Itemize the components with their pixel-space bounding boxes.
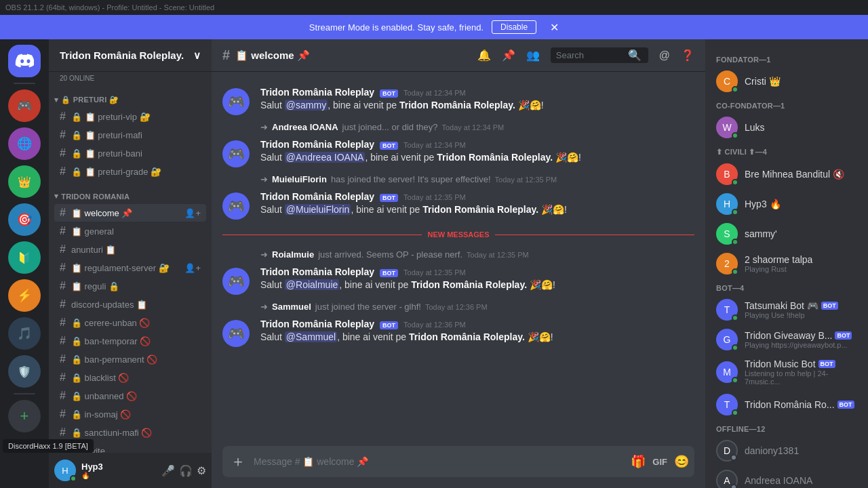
channel-item-reguli[interactable]: # 📋 reguli 🔒	[54, 277, 206, 295]
settings-icon[interactable]: ⚙	[197, 464, 206, 477]
arrow-icon-3: ➜	[260, 249, 268, 260]
member-name-daniony: daniony1381	[745, 445, 799, 456]
server-icon-7[interactable]: 🎵	[8, 317, 41, 350]
mention-roialmuie[interactable]: @Roialmuie	[285, 279, 339, 290]
pin-icon[interactable]: 📌	[502, 49, 515, 62]
members-category-offline: OFFLINE—12	[711, 420, 863, 436]
member-avatar-music-bot: M	[716, 361, 738, 383]
member-name-cristi: Cristi 👑	[745, 76, 781, 87]
system-username-sammuel[interactable]: Sammuel	[272, 302, 311, 312]
input-actions: 🎁 GIF 😊	[631, 454, 689, 469]
member-cristi[interactable]: C Cristi 👑	[711, 66, 863, 96]
channel-item-blacklist[interactable]: # 🔒 blacklist 🚫	[54, 369, 206, 386]
member-bre-mihnea[interactable]: B Bre Mihnea Banditul 🔇	[711, 159, 863, 189]
add-server-button[interactable]: +	[8, 400, 41, 432]
msg-time-2: Today at 12:34 PM	[403, 141, 466, 149]
bot-avatar-2: 🎮	[222, 140, 250, 167]
member-shaorme[interactable]: 2 2 shaorme talpa Playing Rust	[711, 249, 863, 279]
system-username-andreea[interactable]: Andreea IOANA	[272, 122, 338, 132]
channel-item-unbanned[interactable]: # 🔒 unbanned 🚫	[54, 387, 206, 405]
at-icon[interactable]: @	[659, 49, 670, 62]
member-avatar-andreea-ioana: A	[716, 470, 738, 488]
deafen-icon[interactable]: 🎧	[179, 464, 193, 477]
header-actions: 🔔 📌 👥 🔍 @ ❓	[477, 47, 694, 63]
server-icon-tridon[interactable]: 🎮	[8, 89, 41, 122]
channel-item-preturi-bani[interactable]: # 🔒 📋 preturi-bani	[54, 144, 206, 162]
mention-andreea[interactable]: @Andreea IOANA	[285, 152, 366, 163]
server-icon-2[interactable]: 🌐	[8, 127, 41, 160]
msg-author-4[interactable]: Tridon România Roleplay	[260, 266, 374, 277]
help-icon[interactable]: ❓	[681, 49, 694, 62]
msg-content-1: Tridon România Roleplay BOT Today at 12:…	[260, 87, 694, 115]
category-tridon-romania[interactable]: ▾ TRIDON ROMANIA	[49, 181, 212, 203]
channel-item-regulament-server[interactable]: # 📋 regulament-server 🔐 👤+	[54, 259, 206, 277]
system-username-muielui[interactable]: MuieluiFlorin	[272, 174, 327, 184]
add-member-icon2: 👤+	[184, 263, 201, 273]
members-toggle-icon[interactable]: 👥	[526, 49, 540, 62]
server-icon-3[interactable]: 👑	[8, 165, 41, 198]
user-avatar: H	[54, 460, 76, 481]
add-attachment-button[interactable]: ＋	[228, 446, 248, 477]
mention-sammy[interactable]: @sammy	[285, 100, 328, 110]
msg-text-1: Salut @sammy, bine ai venit pe Tridon Ro…	[260, 99, 694, 113]
msg-content-5: Tridon România Roleplay BOT Today at 12:…	[260, 319, 694, 347]
message-input[interactable]	[254, 449, 625, 474]
gift-icon[interactable]: 🎁	[631, 454, 646, 469]
gif-icon[interactable]: GIF	[652, 457, 667, 467]
server-icon-discord[interactable]	[8, 45, 41, 77]
bot-badge-3: BOT	[380, 194, 398, 202]
msg-author-1[interactable]: Tridon România Roleplay	[260, 87, 374, 98]
system-username-roialmuie[interactable]: Roialmuie	[272, 249, 314, 260]
channel-item-preturi-vip[interactable]: # 🔒 📋 preturi-vip 🔐	[54, 108, 206, 125]
member-daniony[interactable]: D daniony1381	[711, 436, 863, 466]
mention-sammuel[interactable]: @Sammuel	[285, 331, 337, 342]
member-music-bot[interactable]: M Tridon Music Bot BOT Listening to mb h…	[711, 354, 863, 390]
message-group-3: 🎮 Tridon România Roleplay BOT Today at 1…	[212, 188, 705, 222]
member-name-shaorme: 2 shaorme talpa	[745, 254, 812, 265]
emoji-icon[interactable]: 😊	[674, 454, 689, 469]
server-icon-6[interactable]: ⚡	[8, 279, 41, 312]
message-group-5: 🎮 Tridon România Roleplay BOT Today at 1…	[212, 316, 705, 350]
mute-icon[interactable]: 🎤	[161, 464, 175, 477]
members-category-bot: BOT—4	[711, 279, 863, 295]
channel-item-cerere-unban[interactable]: # 🔒 cerere-unban 🚫	[54, 314, 206, 331]
member-name-giveaway-bot: Tridon Giveaway B...	[745, 330, 832, 341]
channel-item-anunturi[interactable]: # anunturi 📋	[54, 241, 206, 258]
close-streamer-banner-icon[interactable]: ✕	[550, 21, 559, 34]
member-avatar-tatsumaki: T	[716, 299, 738, 321]
msg-author-3[interactable]: Tridon România Roleplay	[260, 191, 374, 202]
category-preturi[interactable]: ▾ 🔒 PRETURI 🔐	[49, 85, 212, 107]
server-icon-5[interactable]: 🔰	[8, 241, 41, 274]
msg-author-2[interactable]: Tridon România Roleplay	[260, 139, 374, 150]
msg-author-5[interactable]: Tridon România Roleplay	[260, 319, 374, 329]
channel-item-discord-updates[interactable]: # discord-updates 📋	[54, 296, 206, 313]
member-luks[interactable]: W Luks	[711, 113, 863, 142]
channel-list-content: ▾ 🔒 PRETURI 🔐 # 🔒 📋 preturi-vip 🔐 # 🔒 📋 …	[49, 85, 212, 453]
member-info-sammy: sammy'	[745, 228, 777, 239]
search-input[interactable]	[556, 50, 624, 60]
member-info-shaorme: 2 shaorme talpa Playing Rust	[745, 254, 812, 273]
channel-item-ban-temporar[interactable]: # 🔒 ban-temporar 🚫	[54, 332, 206, 350]
channel-item-welcome[interactable]: # 📋 welcome 📌 👤+	[54, 204, 206, 222]
member-avatar-hyp3: H	[716, 193, 738, 215]
channel-item-preturi-grade[interactable]: # 🔒 📋 preturi-grade 🔐	[54, 163, 206, 180]
channel-item-ban-permanent[interactable]: # 🔒 ban-permanent 🚫	[54, 350, 206, 368]
notification-bell-icon[interactable]: 🔔	[477, 49, 491, 62]
server-icon-8[interactable]: 🛡️	[8, 355, 41, 388]
new-messages-text: NEW MESSAGES	[427, 230, 489, 239]
server-icon-4[interactable]: 🎯	[8, 203, 41, 236]
member-andreea-ioana[interactable]: A Andreea IOANA	[711, 466, 863, 488]
member-giveaway-bot[interactable]: G Tridon Giveaway B... BOT Playing https…	[711, 325, 863, 354]
member-name-bre-mihnea: Bre Mihnea Banditul 🔇	[745, 169, 844, 180]
disable-streamer-mode-button[interactable]: Disable	[492, 20, 536, 34]
streamer-banner-text: Streamer Mode is enabled. Stay safe, fri…	[309, 22, 484, 33]
channel-item-preturi-mafi[interactable]: # 🔒 📋 preturi-mafi	[54, 126, 206, 144]
server-header[interactable]: Tridon România Roleplay. ∨	[49, 39, 212, 72]
member-tatsumaki[interactable]: T Tatsumaki Bot 🎮 BOT Playing Use !thelp	[711, 295, 863, 325]
member-sammy[interactable]: S sammy'	[711, 219, 863, 249]
channel-item-general[interactable]: # 📋 general	[54, 222, 206, 240]
member-tridon-ro-bot[interactable]: T Tridon România Ro... BOT	[711, 390, 863, 420]
mention-muielui[interactable]: @MuieluiFlorin	[285, 204, 351, 215]
channel-item-in-somaj[interactable]: # 🔒 in-somaj 🚫	[54, 405, 206, 423]
member-hyp3[interactable]: H Hyp3 🔥	[711, 189, 863, 219]
